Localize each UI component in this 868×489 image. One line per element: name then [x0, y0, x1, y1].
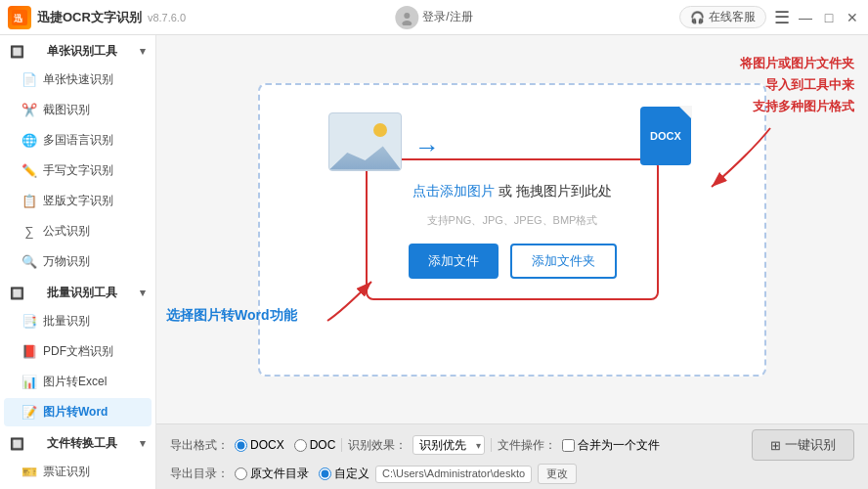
- divider1: [341, 438, 342, 452]
- one-click-icon: ⊞: [770, 438, 781, 453]
- sidebar-item-batch[interactable]: 📑 批量识别: [4, 307, 152, 335]
- title-right: 🎧 在线客服 ☰ — □ ✕: [679, 6, 860, 28]
- section3-icon: 🔲: [10, 437, 24, 451]
- sidebar-item-img2word[interactable]: 📝 图片转Word: [4, 398, 152, 426]
- single-quick-icon: 📄: [22, 72, 37, 88]
- section1-chevron: ▾: [140, 45, 146, 58]
- img2word-label: 图片转Word: [43, 404, 108, 421]
- formula-label: 公式识别: [43, 223, 90, 240]
- login-label: 登录/注册: [422, 9, 472, 25]
- maximize-button[interactable]: □: [821, 10, 837, 25]
- handwrite-icon: ✏️: [22, 163, 37, 179]
- one-click-button[interactable]: ⊞ 一键识别: [752, 429, 854, 461]
- upload-outer[interactable]: DOCX → 点击添加图片 或 拖拽图片到此处 支持PNG、JPG、JPEG、B…: [258, 83, 766, 377]
- path-input[interactable]: [375, 466, 532, 483]
- custom-dir-radio[interactable]: [319, 467, 331, 480]
- sidebar-section-convert[interactable]: 🔲 文件转换工具 ▾: [0, 427, 155, 457]
- everything-icon: 🔍: [22, 254, 37, 270]
- quality-select[interactable]: 识别优先: [412, 435, 485, 455]
- batch-label: 批量识别: [43, 313, 90, 330]
- bottom-row-1: 导出格式： DOCX DOC 识别效果： 识别优先: [170, 429, 854, 461]
- origin-dir-radio-item[interactable]: 原文件目录: [235, 466, 309, 482]
- sidebar-item-formula[interactable]: ∑ 公式识别: [4, 217, 152, 245]
- screenshot-icon: ✂️: [22, 103, 37, 118]
- custom-dir-radio-item[interactable]: 自定义: [319, 466, 369, 482]
- doc-radio-label: DOC: [310, 438, 336, 452]
- origin-dir-label: 原文件目录: [250, 466, 309, 482]
- sidebar-item-pdf[interactable]: 📕 PDF文档识别: [4, 337, 152, 366]
- docx-radio-item[interactable]: DOCX: [235, 438, 284, 452]
- sidebar-item-multilang[interactable]: 🌐 多国语言识别: [4, 126, 152, 155]
- export-format-radio-group: DOCX DOC: [235, 438, 335, 452]
- main-layout: 🔲 单张识别工具 ▾ 📄 单张快速识别 ✂️ 截图识别 🌐 多国语言识别 ✏️ …: [0, 35, 868, 489]
- login-button[interactable]: 登录/注册: [395, 6, 472, 29]
- sidebar-item-screenshot[interactable]: ✂️ 截图识别: [4, 96, 152, 124]
- sidebar-section-batch[interactable]: 🔲 批量识别工具 ▾: [0, 277, 155, 306]
- title-bar: 迅 迅捷OCR文字识别 v8.7.6.0 登录/注册 🎧 在线客服 ☰ — □ …: [0, 0, 868, 35]
- close-button[interactable]: ✕: [845, 10, 860, 25]
- origin-dir-radio[interactable]: [235, 467, 247, 480]
- img2excel-label: 图片转Excel: [43, 374, 107, 390]
- menu-button[interactable]: ☰: [774, 10, 790, 25]
- work-area: 选择图片转Word功能 将图片或图片文件夹导入到工具中来支持多种图片格式: [156, 35, 868, 423]
- docx-corner: [678, 106, 692, 119]
- title-center: 登录/注册: [395, 6, 472, 29]
- content-area: 选择图片转Word功能 将图片或图片文件夹导入到工具中来支持多种图片格式: [156, 35, 868, 489]
- output-dir-radio-group: 原文件目录 自定义: [235, 466, 369, 482]
- sidebar-item-ticket[interactable]: 🎫 票证识别: [4, 458, 152, 486]
- file-op-label: 文件操作：: [498, 437, 556, 454]
- sun-shape: [373, 123, 387, 137]
- click-add-label[interactable]: 点击添加图片: [412, 183, 495, 199]
- sidebar-item-single-quick[interactable]: 📄 单张快速识别: [4, 66, 152, 94]
- custom-dir-label: 自定义: [334, 466, 369, 482]
- docx-radio-label: DOCX: [250, 438, 284, 452]
- sidebar-item-img2excel[interactable]: 📊 图片转Excel: [4, 368, 152, 396]
- user-avatar: [395, 6, 418, 29]
- app-title: 迅捷OCR文字识别: [37, 9, 142, 26]
- quality-select-wrapper[interactable]: 识别优先: [412, 435, 485, 455]
- handwrite-label: 手写文字识别: [43, 162, 113, 179]
- sidebar-item-handwrite[interactable]: ✏️ 手写文字识别: [4, 156, 152, 185]
- minimize-button[interactable]: —: [798, 10, 813, 25]
- sidebar-item-vertical[interactable]: 📋 竖版文字识别: [4, 187, 152, 215]
- section3-chevron: ▾: [140, 437, 146, 450]
- merge-label: 合并为一个文件: [578, 437, 660, 454]
- svg-point-3: [402, 21, 412, 25]
- one-click-label: 一键识别: [785, 436, 836, 454]
- svg-text:迅: 迅: [14, 14, 23, 23]
- section2-label: 批量识别工具: [47, 285, 117, 301]
- pdf-icon: 📕: [22, 344, 37, 360]
- image-placeholder: [328, 112, 402, 171]
- multilang-label: 多国语言识别: [43, 132, 113, 149]
- pdf-label: PDF文档识别: [43, 343, 113, 360]
- docx-floating-icon: DOCX: [640, 107, 691, 165]
- svg-point-2: [404, 13, 410, 19]
- docx-radio[interactable]: [235, 439, 247, 452]
- app-logo: 迅: [8, 6, 31, 29]
- sidebar-section-single[interactable]: 🔲 单张识别工具 ▾: [0, 35, 155, 65]
- add-folder-button[interactable]: 添加文件夹: [510, 244, 617, 279]
- merge-checkbox-item[interactable]: 合并为一个文件: [562, 437, 660, 454]
- bottom-row-2: 导出目录： 原文件目录 自定义 更改: [170, 464, 854, 484]
- upload-inner[interactable]: 点击添加图片 或 拖拽图片到此处 支持PNG、JPG、JPEG、BMP格式 添加…: [366, 158, 659, 300]
- add-file-button[interactable]: 添加文件: [409, 244, 499, 279]
- everything-label: 万物识别: [43, 253, 90, 270]
- vertical-icon: 📋: [22, 194, 37, 209]
- screenshot-label: 截图识别: [43, 102, 90, 118]
- upload-sub-text: 支持PNG、JPG、JPEG、BMP格式: [427, 213, 598, 228]
- bottom-bar: 导出格式： DOCX DOC 识别效果： 识别优先: [156, 423, 868, 489]
- change-path-button[interactable]: 更改: [538, 464, 577, 484]
- merge-checkbox[interactable]: [562, 439, 575, 452]
- quality-label: 识别效果：: [348, 437, 407, 454]
- doc-radio[interactable]: [294, 439, 307, 452]
- formula-icon: ∑: [22, 224, 37, 240]
- online-service-button[interactable]: 🎧 在线客服: [679, 6, 766, 28]
- mountain-shape: [329, 139, 401, 170]
- or-label: 或: [499, 183, 516, 199]
- doc-radio-item[interactable]: DOC: [294, 438, 336, 452]
- app-version: v8.7.6.0: [148, 12, 186, 23]
- sidebar-item-everything[interactable]: 🔍 万物识别: [4, 247, 152, 276]
- online-service-label: 在线客服: [709, 9, 756, 25]
- multilang-icon: 🌐: [22, 133, 37, 149]
- ticket-icon: 🎫: [22, 465, 37, 480]
